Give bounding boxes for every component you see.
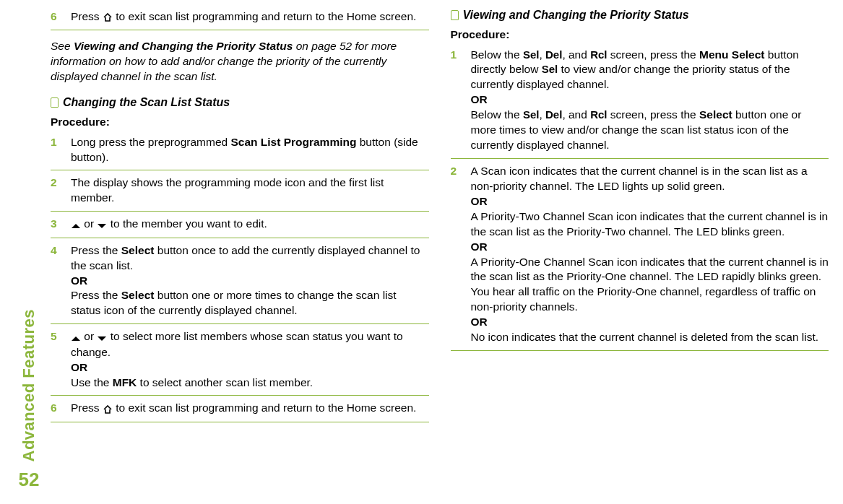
note-text: See Viewing and Changing the Priority St… xyxy=(51,39,429,84)
procedure-label: Procedure: xyxy=(451,27,829,43)
or-label: OR xyxy=(471,195,488,207)
step-text: Long press the preprogrammed xyxy=(71,136,230,148)
step-text: , and xyxy=(562,108,590,121)
step-bold: Scan List Programming xyxy=(230,136,356,148)
up-arrow-icon xyxy=(71,330,81,345)
or-label: OR xyxy=(471,240,488,253)
softkey-sel: Sel xyxy=(523,48,540,61)
step-number: 2 xyxy=(51,175,61,206)
step-text: screen, press the xyxy=(608,108,700,121)
step-text: to exit scan list programming and return… xyxy=(113,401,416,414)
step-text: A Scan icon indicates that the current c… xyxy=(471,165,808,192)
home-icon xyxy=(103,9,113,25)
up-arrow-icon xyxy=(71,217,81,233)
divider xyxy=(51,422,429,422)
note-bold: Viewing and Changing the Priority Status xyxy=(74,40,293,52)
section-label: Advanced Features xyxy=(20,309,38,461)
divider xyxy=(451,350,829,351)
home-icon xyxy=(103,401,113,417)
step-text: A Priority-Two Channel Scan icon indicat… xyxy=(471,210,829,238)
step-bold: MFK xyxy=(113,376,137,388)
step-text: to exit scan list programming and return… xyxy=(113,10,416,22)
step-number: 6 xyxy=(51,401,61,416)
or-label: OR xyxy=(471,93,488,105)
step-number: 1 xyxy=(451,48,461,153)
divider xyxy=(51,30,429,30)
sidebar: Advanced Features 52 xyxy=(7,7,51,497)
list-item: 1 Long press the preprogrammed Scan List… xyxy=(51,133,429,169)
step-text: to select more list members whose scan s… xyxy=(71,330,403,357)
or-label: OR xyxy=(71,361,87,373)
list-item: 6 Press to exit scan list programming an… xyxy=(51,7,429,28)
step-bold: Menu Select xyxy=(699,48,764,61)
step-text: , xyxy=(539,108,545,121)
step-number: 4 xyxy=(51,243,61,319)
right-column: Viewing and Changing the Priority Status… xyxy=(451,7,829,497)
document-icon xyxy=(451,10,459,20)
step-text: Press the xyxy=(71,289,121,301)
step-bold: Select xyxy=(121,244,155,256)
step-text: , and xyxy=(562,48,590,61)
step-text: Use the xyxy=(71,376,113,388)
step-bold: Select xyxy=(121,289,155,301)
divider xyxy=(451,158,829,159)
step-text: screen, press the xyxy=(608,48,700,61)
divider xyxy=(51,323,429,324)
list-item: 2 A Scan icon indicates that the current… xyxy=(451,162,829,349)
step-text: or xyxy=(81,217,97,230)
heading-text: Changing the Scan List Status xyxy=(63,95,230,110)
list-item: 1 Below the Sel, Del, and Rcl screen, pr… xyxy=(451,45,829,157)
divider xyxy=(51,170,429,170)
step-text: to the member you want to edit. xyxy=(107,217,267,230)
step-number: 1 xyxy=(51,135,61,165)
step-text: No icon indicates that the current chann… xyxy=(471,331,819,343)
softkey-rcl: Rcl xyxy=(590,48,607,61)
step-bold: Select xyxy=(699,108,732,121)
softkey-sel: Sel xyxy=(542,63,558,75)
step-text: Below the xyxy=(471,108,523,121)
section-heading: Viewing and Changing the Priority Status xyxy=(451,7,829,23)
step-text: to select another scan list member. xyxy=(137,376,313,388)
down-arrow-icon xyxy=(97,217,107,233)
list-item: 4 Press the Select button once to add th… xyxy=(51,241,429,323)
step-text: A Priority-One Channel Scan icon indicat… xyxy=(471,256,829,313)
step-text: Press xyxy=(71,10,103,22)
divider xyxy=(51,395,429,396)
step-text: The display shows the programming mode i… xyxy=(71,175,429,206)
step-number: 5 xyxy=(51,329,61,390)
step-number: 6 xyxy=(51,9,61,25)
or-label: OR xyxy=(471,316,488,328)
step-number: 2 xyxy=(451,164,461,345)
step-text: or xyxy=(81,330,97,342)
softkey-sel: Sel xyxy=(523,108,540,121)
list-item: 2 The display shows the programming mode… xyxy=(51,173,429,209)
divider xyxy=(51,238,429,238)
list-item: 5 or to select more list members whose s… xyxy=(51,327,429,394)
step-text: Press xyxy=(71,401,103,414)
down-arrow-icon xyxy=(97,330,107,345)
step-text: , xyxy=(539,48,545,61)
list-item: 6 Press to exit scan list programming an… xyxy=(51,399,429,420)
step-text: Below the xyxy=(471,48,523,61)
divider xyxy=(51,211,429,212)
step-number: 3 xyxy=(51,217,61,232)
heading-text: Viewing and Changing the Priority Status xyxy=(463,7,689,23)
left-column: 6 Press to exit scan list programming an… xyxy=(51,7,429,497)
list-item: 3 or to the member you want to edit. xyxy=(51,214,429,235)
step-text: Press the xyxy=(71,244,121,256)
or-label: OR xyxy=(71,274,87,287)
section-heading: Changing the Scan List Status xyxy=(51,95,429,110)
note-pre: See xyxy=(51,40,74,52)
softkey-rcl: Rcl xyxy=(590,108,607,121)
procedure-label: Procedure: xyxy=(51,115,429,130)
softkey-del: Del xyxy=(545,48,562,61)
page-number: 52 xyxy=(19,469,40,491)
softkey-del: Del xyxy=(545,108,562,121)
document-icon xyxy=(51,97,59,108)
